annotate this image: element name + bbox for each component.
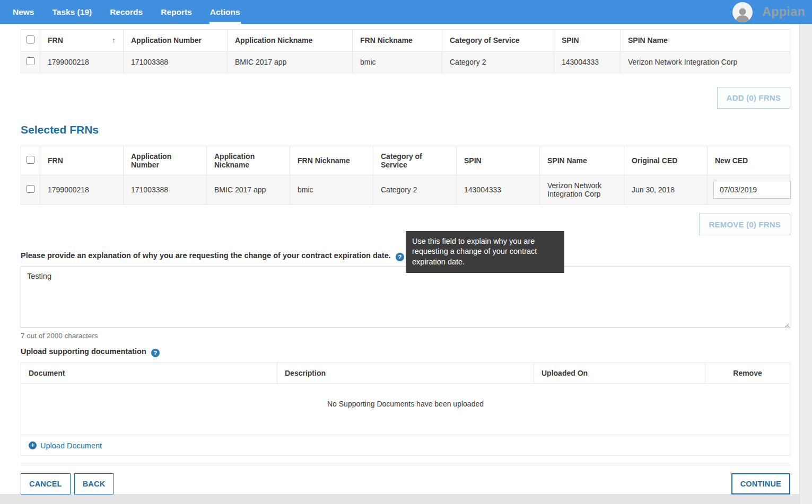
select-all-checkbox[interactable] bbox=[27, 36, 34, 43]
person-silhouette-icon bbox=[735, 6, 750, 22]
documents-header-row: Document Description Uploaded On Remove bbox=[21, 363, 790, 384]
no-documents-message: No Supporting Documents have been upload… bbox=[21, 384, 790, 435]
appian-logo: Appian bbox=[762, 5, 805, 19]
row-checkbox[interactable] bbox=[27, 185, 34, 193]
continue-button[interactable]: CONTINUE bbox=[731, 473, 790, 494]
table-row: 1799000218 171003388 BMIC 2017 app bmic … bbox=[21, 175, 790, 205]
cell-category-of-service: Category 2 bbox=[373, 175, 457, 205]
help-tooltip: Use this field to explain why you are re… bbox=[406, 231, 564, 273]
cell-application-nickname: BMIC 2017 app bbox=[207, 175, 290, 205]
cell-application-nickname: BMIC 2017 app bbox=[228, 51, 353, 73]
add-frns-button[interactable]: ADD (0) FRNS bbox=[717, 87, 790, 109]
row-checkbox[interactable] bbox=[27, 57, 34, 65]
main-content: FRN↑ Application Number Application Nick… bbox=[0, 24, 799, 494]
col-header-spin-name[interactable]: SPIN Name bbox=[621, 30, 790, 51]
col-header-spin[interactable]: SPIN bbox=[457, 146, 540, 175]
col-header-frn[interactable]: FRN↑ bbox=[40, 30, 124, 51]
cell-application-number: 171003388 bbox=[124, 175, 207, 205]
cell-frn: 1799000218 bbox=[40, 51, 124, 73]
plus-circle-icon: + bbox=[29, 441, 37, 449]
available-frns-table: FRN↑ Application Number Application Nick… bbox=[21, 29, 790, 73]
explanation-label-text: Please provide an explanation of why you… bbox=[21, 251, 391, 260]
select-all-checkbox[interactable] bbox=[27, 156, 34, 164]
col-header-new-ced[interactable]: New CED bbox=[708, 146, 790, 175]
upload-document-link-label: Upload Document bbox=[40, 441, 102, 450]
cancel-button[interactable]: CANCEL bbox=[21, 473, 71, 494]
col-header-application-number[interactable]: Application Number bbox=[124, 146, 207, 175]
upload-documentation-label-text: Upload supporting documentation bbox=[21, 347, 146, 356]
cell-frn: 1799000218 bbox=[40, 175, 124, 205]
upload-document-row: + Upload Document bbox=[21, 435, 790, 456]
new-ced-date-input[interactable] bbox=[713, 181, 791, 199]
back-button[interactable]: BACK bbox=[74, 473, 114, 494]
col-header-application-number[interactable]: Application Number bbox=[124, 30, 228, 51]
cell-original-ced: Jun 30, 2018 bbox=[624, 175, 708, 205]
col-header-frn-label: FRN bbox=[48, 36, 63, 45]
character-counter: 7 out of 2000 characters bbox=[21, 332, 790, 340]
nav-item-records[interactable]: Records bbox=[109, 0, 143, 24]
sort-ascending-icon: ↑ bbox=[112, 36, 116, 45]
col-header-spin[interactable]: SPIN bbox=[554, 30, 621, 51]
col-header-category-of-service[interactable]: Category of Service bbox=[442, 30, 554, 51]
cell-category-of-service: Category 2 bbox=[442, 51, 554, 73]
col-header-document: Document bbox=[21, 363, 277, 384]
footer-divider bbox=[21, 465, 790, 465]
selected-frns-heading: Selected FRNs bbox=[21, 123, 790, 136]
top-navbar: News Tasks (19) Records Reports Actions … bbox=[0, 0, 812, 24]
page: News Tasks (19) Records Reports Actions … bbox=[0, 0, 812, 504]
nav-right: Appian bbox=[732, 0, 812, 24]
col-header-application-nickname[interactable]: Application Nickname bbox=[207, 146, 290, 175]
col-header-uploaded-on: Uploaded On bbox=[534, 363, 705, 384]
footer-button-bar: CANCEL BACK CONTINUE bbox=[21, 473, 790, 494]
col-header-application-nickname[interactable]: Application Nickname bbox=[228, 30, 353, 51]
table-row: 1799000218 171003388 BMIC 2017 app bmic … bbox=[21, 51, 790, 73]
col-header-frn-nickname[interactable]: FRN Nickname bbox=[353, 30, 442, 51]
nav-item-tasks[interactable]: Tasks (19) bbox=[52, 0, 93, 24]
cell-spin-name: Verizon Network Integration Corp bbox=[621, 51, 790, 73]
col-header-original-ced[interactable]: Original CED bbox=[624, 146, 708, 175]
scrollbar-track[interactable] bbox=[799, 24, 812, 504]
remove-frns-button[interactable]: REMOVE (0) FRNS bbox=[699, 214, 790, 235]
explanation-textarea[interactable]: Testing bbox=[21, 267, 790, 328]
upload-document-link[interactable]: + Upload Document bbox=[29, 441, 102, 450]
col-header-remove: Remove bbox=[705, 363, 790, 384]
nav-item-actions[interactable]: Actions bbox=[209, 0, 241, 24]
col-header-spin-name[interactable]: SPIN Name bbox=[540, 146, 624, 175]
help-icon[interactable]: ? bbox=[151, 349, 160, 357]
col-header-description: Description bbox=[277, 363, 534, 384]
cell-spin: 143004333 bbox=[457, 175, 540, 205]
upload-documentation-label: Upload supporting documentation ? bbox=[21, 347, 790, 357]
cell-application-number: 171003388 bbox=[124, 51, 228, 73]
selected-frns-header-row: FRN Application Number Application Nickn… bbox=[21, 146, 790, 175]
cell-new-ced bbox=[708, 175, 790, 205]
help-icon[interactable]: ? bbox=[396, 253, 404, 261]
nav-item-reports[interactable]: Reports bbox=[160, 0, 193, 24]
selected-frns-table: FRN Application Number Application Nickn… bbox=[21, 146, 790, 205]
col-header-category-of-service[interactable]: Category of Service bbox=[373, 146, 457, 175]
cell-frn-nickname: bmic bbox=[290, 175, 373, 205]
nav-item-news[interactable]: News bbox=[12, 0, 35, 24]
col-header-frn[interactable]: FRN bbox=[40, 146, 124, 175]
available-frns-header-row: FRN↑ Application Number Application Nick… bbox=[21, 30, 790, 51]
documents-table: Document Description Uploaded On Remove … bbox=[21, 362, 790, 456]
col-header-frn-nickname[interactable]: FRN Nickname bbox=[290, 146, 373, 175]
documents-empty-row: No Supporting Documents have been upload… bbox=[21, 384, 790, 435]
cell-spin-name: Verizon Network Integration Corp bbox=[540, 175, 624, 205]
cell-spin: 143004333 bbox=[554, 51, 621, 73]
cell-frn-nickname: bmic bbox=[353, 51, 442, 73]
user-avatar-icon[interactable] bbox=[732, 2, 753, 22]
